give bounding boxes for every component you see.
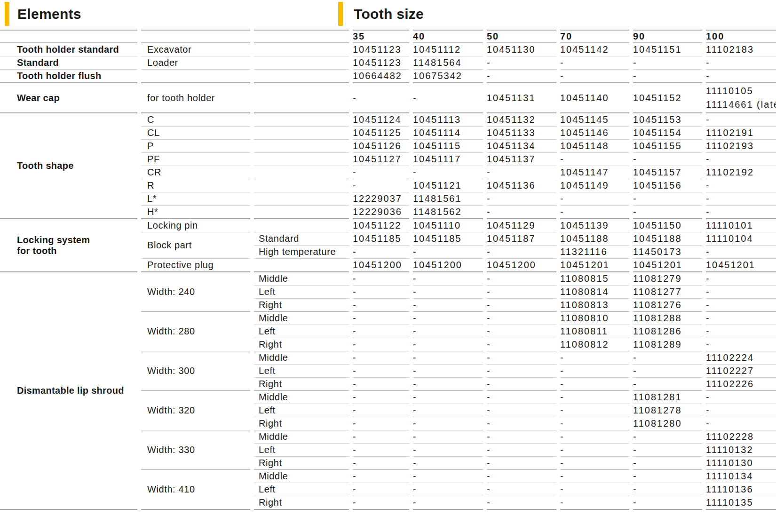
part-number-cell: - (560, 153, 629, 166)
part-number-cell: - (487, 430, 556, 444)
item-label: Width: 280 (141, 312, 250, 351)
part-number-cell: - (560, 192, 629, 206)
part-number-cell: 11080813 (560, 299, 629, 312)
part-number-cell: - (706, 206, 776, 219)
part-number-cell: - (353, 404, 409, 417)
part-number-cell: - (487, 404, 556, 417)
part-number-cell: 10451110 (413, 219, 483, 232)
part-number-cell: - (353, 444, 409, 457)
part-number-cell: 10451155 (633, 140, 702, 153)
part-number-cell: - (706, 417, 776, 430)
part-number-cell: 11102224 (706, 351, 776, 365)
part-number-cell: - (706, 338, 776, 351)
part-number-cell: - (706, 299, 776, 312)
part-number-cell: - (633, 444, 702, 457)
part-number-cell: - (353, 83, 409, 113)
part-number-cell: 10451121 (413, 179, 483, 192)
part-number-cell: - (487, 483, 556, 496)
item-label: Width: 410 (141, 470, 250, 510)
spacer-cell (254, 206, 349, 219)
column-header-size-35: 35 (353, 30, 409, 43)
part-number-cell: 10451113 (413, 113, 483, 127)
item-label: Block part (141, 232, 250, 259)
part-number-cell: - (560, 496, 629, 510)
part-number-cell: 11102226 (706, 378, 776, 391)
spacer-cell (254, 179, 349, 192)
part-number-cell: - (560, 417, 629, 430)
part-number-cell: - (487, 192, 556, 206)
item-label: PF (141, 153, 250, 166)
part-number-cell: 10664482 (353, 70, 409, 83)
spacer-cell (254, 140, 349, 153)
part-number-cell: - (413, 496, 483, 510)
accent-bar-tooth-size (338, 2, 343, 26)
part-number-cell: - (487, 338, 556, 351)
spacer-cell (254, 166, 349, 179)
part-number-cell: - (487, 351, 556, 365)
spacer-cell (254, 127, 349, 140)
part-number-cell: 10451131 (487, 83, 556, 113)
part-number-cell: 10451150 (633, 219, 702, 232)
part-number-cell: 11110130 (706, 457, 776, 470)
part-number-cell: 10451136 (487, 179, 556, 192)
part-number-cell: - (353, 365, 409, 378)
part-number-cell: - (413, 417, 483, 430)
spacer-cell (254, 113, 349, 127)
part-number-cell: 10451149 (560, 179, 629, 192)
part-number-cell: 12229037 (353, 192, 409, 206)
variant-label: Left (254, 286, 349, 299)
part-number-cell: 11081278 (633, 404, 702, 417)
part-number-cell: - (353, 166, 409, 179)
group-label: Standard (0, 56, 137, 70)
part-number-cell: - (487, 272, 556, 286)
part-number-cell: - (633, 483, 702, 496)
part-number-cell: 11081286 (633, 325, 702, 338)
part-number-cell: 10451201 (633, 259, 702, 272)
part-number-cell: 11080812 (560, 338, 629, 351)
part-number-cell: - (706, 391, 776, 404)
part-number-cell: - (706, 179, 776, 192)
spacer-cell (254, 43, 349, 56)
part-number-cell: - (706, 404, 776, 417)
item-label: Loader (141, 56, 250, 70)
title-band: Elements Tooth size (0, 0, 776, 30)
part-number-cell: 10451132 (487, 113, 556, 127)
part-number-cell: - (413, 378, 483, 391)
column-header-spacer (141, 30, 250, 43)
part-number-cell: 10451152 (633, 83, 702, 113)
column-header-size-40: 40 (413, 30, 483, 43)
variant-label: Middle (254, 351, 349, 365)
part-number-cell: - (560, 457, 629, 470)
part-number-cell: - (560, 404, 629, 417)
part-number-cell: 11081277 (633, 286, 702, 299)
part-number-cell: - (353, 338, 409, 351)
part-number-cell: - (487, 56, 556, 70)
spacer-cell (254, 56, 349, 70)
part-number-cell: 10451140 (560, 83, 629, 113)
group-label: Tooth holder standard (0, 43, 137, 56)
part-number-cell: - (413, 391, 483, 404)
tooth-size-title: Tooth size (354, 6, 424, 22)
part-number-cell: - (633, 496, 702, 510)
column-header-size-50: 50 (487, 30, 556, 43)
part-number-cell: 10451127 (353, 153, 409, 166)
part-number-cell: 10451112 (413, 43, 483, 56)
variant-label: Right (254, 417, 349, 430)
item-label: Width: 300 (141, 351, 250, 391)
part-number-cell: - (633, 365, 702, 378)
part-number-cell: - (706, 56, 776, 70)
part-number-cell: 11102191 (706, 127, 776, 140)
part-number-cell: - (633, 470, 702, 483)
variant-label: Right (254, 496, 349, 510)
part-number-cell: - (633, 430, 702, 444)
spacer-cell (254, 192, 349, 206)
variant-label: Left (254, 404, 349, 417)
part-number-cell: - (353, 417, 409, 430)
table-row: Tooth shapeC1045112410451113104511321045… (0, 113, 776, 127)
part-number-cell: - (413, 246, 483, 259)
item-label: Excavator (141, 43, 250, 56)
part-number-cell: - (353, 378, 409, 391)
item-label: P (141, 140, 250, 153)
column-header-size-90: 90 (633, 30, 702, 43)
variant-label: Middle (254, 470, 349, 483)
